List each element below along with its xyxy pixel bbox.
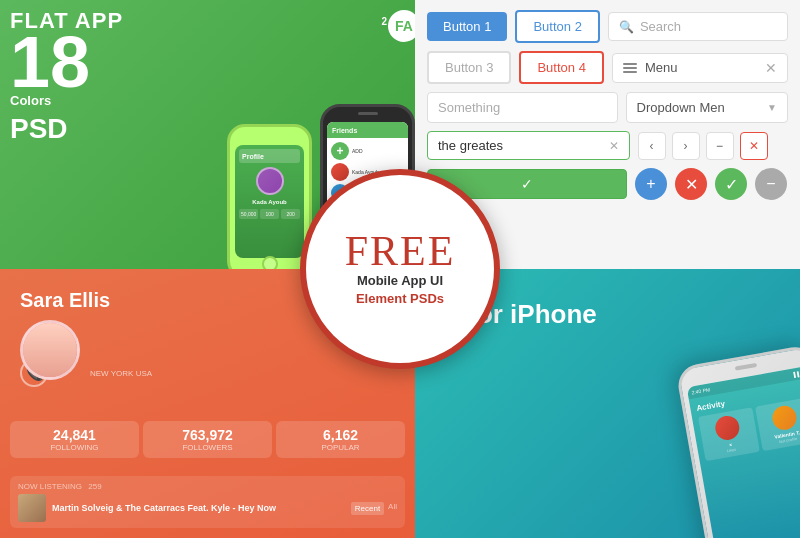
add-friend-btn[interactable]: + bbox=[331, 142, 349, 160]
something-input[interactable]: Something bbox=[427, 92, 618, 123]
iphone-screen: 2:40 PM ▌▌ ✦ Activity × Likes bbox=[687, 366, 800, 538]
following-label: FOLLOWING bbox=[18, 443, 131, 452]
button-2[interactable]: Button 2 bbox=[515, 10, 599, 43]
music-tabs: Recent All bbox=[351, 502, 397, 515]
nav-arrows: ‹ › − ✕ bbox=[638, 132, 788, 160]
dropdown-button[interactable]: Dropdown Men ▼ bbox=[626, 92, 788, 123]
profile-section: Sara Ellis bbox=[20, 289, 110, 380]
popular-stat: 6,162 POPULAR bbox=[276, 421, 405, 458]
menu-button[interactable]: Menu ✕ bbox=[612, 53, 788, 83]
profile-label: Profile bbox=[242, 153, 264, 160]
music-all-tab[interactable]: All bbox=[388, 502, 397, 515]
status-icons: ▌▌ ✦ bbox=[793, 369, 800, 377]
music-info: Martin Solveig & The Catarracs Feat. Kyl… bbox=[52, 503, 345, 513]
badge-psd: PSD bbox=[10, 113, 123, 145]
profile-name: Kada Ayoub bbox=[239, 199, 300, 205]
stats-row: 24,841 FOLLOWING 763,972 FOLLOWERS 6,162… bbox=[10, 421, 405, 458]
search-placeholder: Search bbox=[640, 19, 681, 34]
dropdown-label: Dropdown Men bbox=[637, 100, 725, 115]
music-title: Martin Solveig & The Catarracs Feat. Kyl… bbox=[52, 503, 345, 513]
profile-avatar bbox=[20, 320, 80, 380]
popular-label: POPULAR bbox=[284, 443, 397, 452]
free-badge-circle: FREE Mobile App UI Element PSDs bbox=[300, 169, 500, 369]
iphone-mockup: 2:40 PM ▌▌ ✦ Activity × Likes bbox=[670, 338, 800, 538]
followers-count: 763,972 bbox=[151, 427, 264, 443]
free-label: FREE bbox=[345, 230, 456, 272]
music-label: Now Listening 259 bbox=[18, 482, 397, 491]
ui-row-3: Something Dropdown Men ▼ bbox=[427, 92, 788, 123]
free-subtitle: Mobile App UI Element PSDs bbox=[346, 272, 454, 308]
user-card-1: × Likes bbox=[698, 407, 759, 461]
badge-number: 18 bbox=[10, 32, 123, 93]
confirm-circle-btn[interactable]: ✓ bbox=[715, 168, 747, 200]
user-avatar-1 bbox=[714, 414, 742, 442]
menu-label: Menu bbox=[645, 60, 678, 75]
flat-app-badge: FLAT APP 18 Colors PSD bbox=[10, 10, 123, 145]
status-time: 2:40 PM bbox=[691, 386, 710, 395]
text-input[interactable]: the greates ✕ bbox=[427, 131, 630, 160]
music-thumbnail bbox=[18, 494, 46, 522]
subtitle-line1: Mobile App UI bbox=[357, 273, 443, 288]
button-4[interactable]: Button 4 bbox=[519, 51, 603, 84]
followers-stat: 763,972 FOLLOWERS bbox=[143, 421, 272, 458]
check-icon: ✓ bbox=[521, 176, 533, 192]
text-input-value: the greates bbox=[438, 138, 603, 153]
phone-back-screen: Profile Kada Ayoub 50,000 100 200 bbox=[235, 145, 304, 258]
add-circle-btn[interactable]: + bbox=[635, 168, 667, 200]
phone-back: Profile Kada Ayoub 50,000 100 200 bbox=[227, 124, 312, 269]
remove-circle-btn[interactable]: ✕ bbox=[675, 168, 707, 200]
avatar-image bbox=[23, 323, 77, 377]
user-card-2: Vallentin T. last profile bbox=[755, 397, 800, 451]
user-avatar-2 bbox=[770, 404, 798, 432]
clear-icon[interactable]: ✕ bbox=[609, 139, 619, 153]
minus-circle-btn[interactable]: − bbox=[755, 168, 787, 200]
profile-name: Sara Ellis bbox=[20, 289, 110, 312]
profile-avatar bbox=[256, 167, 284, 195]
add-label: ADD bbox=[352, 148, 363, 154]
fa-abbreviation: FA bbox=[388, 10, 415, 42]
popular-count: 6,162 bbox=[284, 427, 397, 443]
button-3[interactable]: Button 3 bbox=[427, 51, 511, 84]
iphone-device: 2:40 PM ▌▌ ✦ Activity × Likes bbox=[675, 344, 800, 538]
badge-2: 2 bbox=[381, 16, 387, 27]
chevron-down-icon: ▼ bbox=[767, 102, 777, 113]
search-box[interactable]: 🔍 Search bbox=[608, 12, 788, 41]
badge-colors: Colors bbox=[10, 93, 51, 109]
ui-row-4: the greates ✕ ‹ › − ✕ bbox=[427, 131, 788, 160]
followers-label: FOLLOWERS bbox=[151, 443, 264, 452]
ui-row-5: ✓ + ✕ ✓ − bbox=[427, 168, 788, 200]
menu-close-icon[interactable]: ✕ bbox=[765, 60, 777, 76]
profile-stats: 50,000 100 200 bbox=[239, 209, 300, 219]
following-count: 24,841 bbox=[18, 427, 131, 443]
following-stat: 24,841 FOLLOWING bbox=[10, 421, 139, 458]
friend-avatar-1 bbox=[331, 163, 349, 181]
icon-circles: + ✕ ✓ − bbox=[635, 168, 787, 200]
nav-x-btn[interactable]: ✕ bbox=[740, 132, 768, 160]
hamburger-icon bbox=[623, 63, 637, 73]
ui-row-1: Button 1 Button 2 🔍 Search bbox=[427, 10, 788, 43]
ui-row-2: Button 3 Button 4 Menu ✕ bbox=[427, 51, 788, 84]
music-item: Martin Solveig & The Catarracs Feat. Kyl… bbox=[18, 494, 397, 522]
friend-add-row: + ADD bbox=[331, 142, 404, 160]
nav-minus-btn[interactable]: − bbox=[706, 132, 734, 160]
friends-label: Friends bbox=[332, 127, 357, 134]
button-1[interactable]: Button 1 bbox=[427, 12, 507, 41]
nav-right-btn[interactable]: › bbox=[672, 132, 700, 160]
subtitle-line2: Element PSDs bbox=[356, 291, 444, 306]
nav-left-btn[interactable]: ‹ bbox=[638, 132, 666, 160]
music-recent-tab[interactable]: Recent bbox=[351, 502, 384, 515]
music-section: Now Listening 259 Martin Solveig & The C… bbox=[10, 476, 405, 528]
search-icon: 🔍 bbox=[619, 20, 634, 34]
